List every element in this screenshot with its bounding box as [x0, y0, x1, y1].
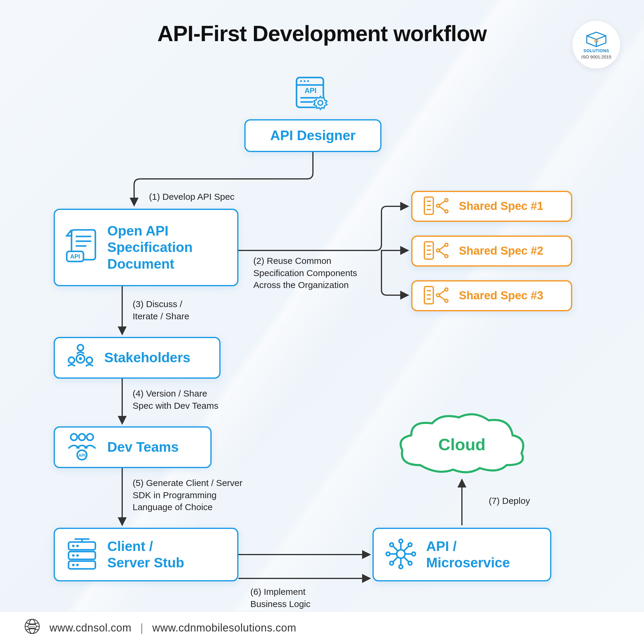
svg-text:API: API — [78, 453, 85, 458]
node-stakeholders-label: Stakeholders — [104, 350, 190, 366]
svg-point-67 — [445, 243, 448, 246]
svg-point-74 — [445, 288, 448, 291]
server-stub-icon — [66, 536, 98, 573]
node-dev-teams-label: Dev Teams — [107, 439, 179, 455]
svg-point-31 — [76, 545, 79, 547]
microservice-icon — [384, 538, 417, 572]
node-api-designer-label: API Designer — [270, 127, 356, 144]
svg-point-33 — [76, 554, 79, 557]
svg-point-68 — [445, 254, 448, 257]
svg-text:API: API — [305, 86, 316, 94]
step-2-label: (2) Reuse Common Specification Component… — [253, 255, 357, 291]
globe-icon: www — [24, 618, 41, 637]
node-api-microservice: API / Microservice — [373, 528, 551, 581]
svg-text:www: www — [29, 625, 35, 628]
svg-point-40 — [399, 539, 403, 543]
node-open-api-spec-label: Open API Specification Document — [107, 223, 193, 272]
svg-text:N: N — [594, 37, 598, 44]
step-5-label: (5) Generate Client / Server SDK in Prog… — [133, 477, 242, 513]
svg-point-4 — [304, 80, 305, 82]
svg-point-5 — [307, 80, 309, 82]
svg-point-54 — [408, 561, 412, 565]
svg-point-9 — [314, 96, 327, 109]
step-1-label: (1) Develop API Spec — [149, 191, 235, 203]
svg-point-46 — [412, 552, 415, 556]
svg-point-32 — [72, 554, 75, 557]
brand-iso: ISO 9001:2015 — [581, 54, 612, 59]
svg-point-66 — [437, 249, 440, 252]
shared-spec-icon — [423, 195, 450, 217]
shared-spec-icon — [423, 285, 450, 307]
svg-point-23 — [79, 434, 85, 440]
node-api-microservice-label: API / Microservice — [426, 538, 510, 571]
svg-point-35 — [76, 564, 79, 566]
svg-point-30 — [72, 545, 75, 547]
svg-point-19 — [86, 357, 92, 363]
api-config-icon: API — [292, 74, 334, 117]
step-4-label: (4) Version / Share Spec with Dev Teams — [133, 388, 218, 412]
svg-point-50 — [408, 543, 412, 547]
svg-line-47 — [393, 546, 398, 551]
svg-point-3 — [300, 80, 302, 82]
footer-url-1: www.cdnsol.com — [49, 622, 131, 634]
svg-point-75 — [445, 299, 448, 302]
svg-point-38 — [397, 550, 405, 558]
svg-line-53 — [404, 557, 409, 562]
node-shared-spec-2: Shared Spec #2 — [411, 235, 572, 266]
node-cloud: Cloud — [393, 412, 530, 484]
svg-line-51 — [393, 557, 398, 562]
node-shared-spec-1: Shared Spec #1 — [411, 191, 572, 222]
svg-point-34 — [72, 564, 75, 566]
svg-point-73 — [437, 294, 440, 297]
node-cloud-label: Cloud — [438, 435, 486, 454]
step-7-label: (7) Deploy — [489, 495, 530, 507]
node-client-server-stub: Client / Server Stub — [54, 528, 238, 581]
svg-point-48 — [390, 543, 393, 547]
footer-sep: | — [140, 622, 143, 634]
svg-point-24 — [87, 434, 93, 440]
cdn-logo-icon: N — [584, 30, 608, 48]
svg-point-21 — [79, 357, 82, 360]
node-dev-teams: API Dev Teams — [54, 426, 212, 468]
node-shared-spec-1-label: Shared Spec #1 — [459, 199, 543, 213]
svg-point-22 — [71, 434, 77, 440]
stakeholders-icon — [66, 342, 95, 373]
step-3-label: (3) Discuss / Iterate / Share — [133, 298, 189, 322]
footer: www www.cdnsol.com | www.cdnmobilesoluti… — [0, 611, 644, 644]
brand-logo: N SOLUTIONS ISO 9001:2015 — [572, 21, 620, 69]
brand-sub: SOLUTIONS — [584, 48, 609, 53]
step-6-label: (6) Implement Business Logic — [250, 586, 311, 610]
node-open-api-spec: API Open API Specification Document — [54, 209, 238, 286]
svg-text:API: API — [70, 253, 80, 260]
svg-point-61 — [445, 210, 448, 213]
node-stakeholders: Stakeholders — [54, 337, 221, 379]
svg-line-49 — [404, 546, 409, 551]
svg-point-42 — [399, 565, 403, 569]
node-client-server-stub-label: Client / Server Stub — [107, 538, 184, 571]
svg-point-17 — [77, 345, 83, 351]
document-api-icon: API — [66, 227, 98, 267]
node-shared-spec-3-label: Shared Spec #3 — [459, 289, 543, 302]
svg-point-52 — [390, 561, 393, 565]
page-title: API-First Development workflow — [0, 21, 644, 46]
svg-point-60 — [445, 198, 448, 201]
svg-point-44 — [386, 552, 390, 556]
footer-url-2: www.cdnmobilesolutions.com — [152, 622, 296, 634]
shared-spec-icon — [423, 240, 450, 262]
node-shared-spec-2-label: Shared Spec #2 — [459, 244, 543, 258]
dev-teams-icon: API — [66, 432, 98, 463]
svg-point-18 — [69, 357, 75, 363]
svg-point-59 — [437, 204, 440, 207]
node-shared-spec-3: Shared Spec #3 — [411, 280, 572, 311]
node-api-designer: API Designer — [244, 119, 381, 152]
